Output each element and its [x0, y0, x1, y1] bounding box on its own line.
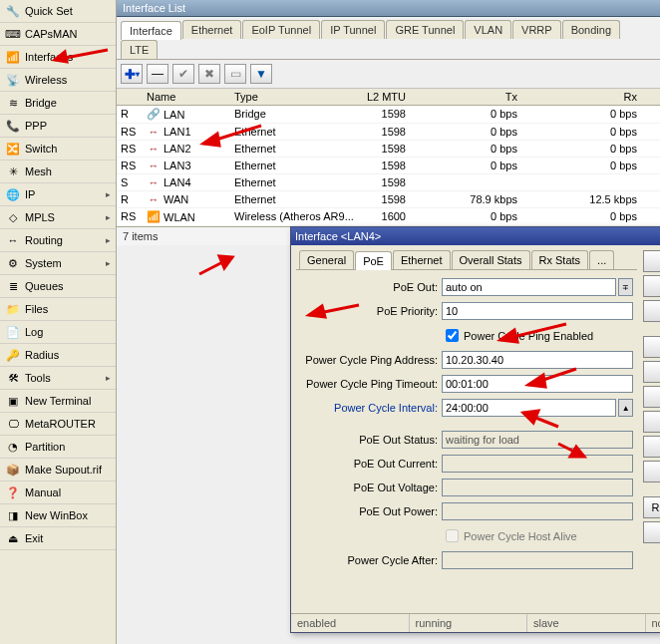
- sidebar-icon: 🔑: [5, 347, 21, 363]
- dialog-tab-ethernet[interactable]: Ethernet: [393, 250, 451, 269]
- remove-button[interactable]: —: [147, 64, 168, 84]
- tab-ip-tunnel[interactable]: IP Tunnel: [321, 20, 385, 39]
- sidebar-item-capsman[interactable]: ⌨CAPsMAN: [0, 23, 116, 46]
- table-row[interactable]: R ↔WAN Ethernet 1598 78.9 kbps 12.5 kbps: [117, 191, 660, 208]
- comment-button[interactable]: Comment: [643, 361, 660, 383]
- col-name[interactable]: Name: [143, 89, 230, 105]
- disable-button[interactable]: Disable: [643, 336, 660, 358]
- disable-button[interactable]: ✖: [198, 64, 220, 84]
- blink-button[interactable]: Blink: [643, 461, 660, 483]
- sidebar-item-make-supout-rif[interactable]: 📦Make Supout.rif: [0, 459, 116, 482]
- sidebar-item-label: Routing: [25, 234, 102, 246]
- dialog-button-column: OKCancelApplyDisableCommentTorchPower Cy…: [643, 250, 660, 608]
- sidebar-item-new-winbox[interactable]: ◨New WinBox: [0, 504, 116, 527]
- sidebar-item-queues[interactable]: ≣Queues: [0, 275, 116, 298]
- interface-type: Ethernet: [230, 141, 356, 157]
- toolbar: ✚▾ — ✔ ✖ ▭ ▼: [117, 60, 660, 89]
- sidebar-item-wireless[interactable]: 📡Wireless: [0, 69, 116, 92]
- sidebar-icon: ≋: [5, 95, 21, 111]
- sidebar-item-mesh[interactable]: ✳Mesh: [0, 161, 116, 183]
- poe-out-field[interactable]: [442, 278, 616, 296]
- interface-type: Ethernet: [230, 124, 356, 140]
- sidebar-item-mpls[interactable]: ◇MPLS▸: [0, 206, 116, 229]
- pci-up-icon[interactable]: ▲: [618, 399, 633, 417]
- reset-counters-button[interactable]: Reset Counters: [643, 521, 660, 543]
- sidebar-item-interfaces[interactable]: 📶Interfaces: [0, 46, 116, 69]
- col-l2mtu[interactable]: L2 MTU: [356, 89, 410, 105]
- dialog-tab--[interactable]: ...: [589, 250, 614, 269]
- tab-vrrp[interactable]: VRRP: [512, 20, 561, 39]
- chevron-right-icon: ▸: [106, 258, 111, 268]
- tab-eoip-tunnel[interactable]: EoIP Tunnel: [242, 20, 320, 39]
- dialog-titlebar[interactable]: Interface <LAN4> ▫ ✕: [291, 227, 660, 245]
- apply-button[interactable]: Apply: [643, 300, 660, 322]
- tab-lte[interactable]: LTE: [121, 40, 158, 59]
- sidebar-item-new-terminal[interactable]: ▣New Terminal: [0, 390, 116, 413]
- sidebar-item-quick-set[interactable]: 🔧Quick Set: [0, 0, 116, 23]
- col-tx[interactable]: Tx: [410, 89, 521, 105]
- power-cycle-ping-address-field[interactable]: [442, 351, 633, 369]
- sidebar-item-ip[interactable]: 🌐IP▸: [0, 183, 116, 206]
- sidebar-icon: 📄: [5, 324, 21, 340]
- table-row[interactable]: R 🔗LAN Bridge 1598 0 bps 0 bps: [117, 106, 660, 124]
- ok-button[interactable]: OK: [643, 250, 660, 272]
- sidebar-item-label: Manual: [25, 486, 111, 498]
- sidebar-item-label: New Terminal: [25, 395, 111, 407]
- cable-test-button[interactable]: Cable Test: [643, 436, 660, 458]
- poe-out-dropdown-icon[interactable]: ∓: [618, 278, 633, 296]
- power-cycle-ping-enabled-checkbox[interactable]: [446, 329, 459, 342]
- sidebar-item-partition[interactable]: ◔Partition: [0, 436, 116, 459]
- sidebar-item-ppp[interactable]: 📞PPP: [0, 115, 116, 138]
- comment-button[interactable]: ▭: [224, 64, 246, 84]
- sidebar-item-log[interactable]: 📄Log: [0, 321, 116, 344]
- sidebar-item-system[interactable]: ⚙System▸: [0, 252, 116, 275]
- enable-button[interactable]: ✔: [172, 64, 194, 84]
- dialog-tab-general[interactable]: General: [299, 250, 354, 269]
- interface-tx: 0 bps: [410, 158, 521, 173]
- reset-mac-address-button[interactable]: Reset MAC Address: [643, 496, 660, 518]
- table-row[interactable]: RS ↔LAN3 Ethernet 1598 0 bps 0 bps: [117, 158, 660, 174]
- sidebar-item-exit[interactable]: ⏏Exit: [0, 527, 116, 550]
- sidebar-item-switch[interactable]: 🔀Switch: [0, 138, 116, 161]
- power-cycle-interval-field[interactable]: [442, 399, 616, 417]
- col-type[interactable]: Type: [230, 89, 356, 105]
- sidebar-icon: 📶: [5, 49, 21, 65]
- tab-interface[interactable]: Interface: [121, 21, 181, 40]
- sidebar-item-metarouter[interactable]: 🖵MetaROUTER: [0, 413, 116, 436]
- sidebar-item-tools[interactable]: 🛠Tools▸: [0, 367, 116, 390]
- sidebar-item-bridge[interactable]: ≋Bridge: [0, 92, 116, 115]
- cancel-button[interactable]: Cancel: [643, 275, 660, 297]
- interface-rx: 0 bps: [521, 208, 641, 225]
- filter-button[interactable]: ▼: [250, 64, 272, 84]
- power-cycle-ping-timeout-field[interactable]: [442, 375, 633, 393]
- sidebar-item-manual[interactable]: ❓Manual: [0, 482, 116, 504]
- sidebar-item-label: New WinBox: [25, 509, 111, 521]
- sidebar-item-radius[interactable]: 🔑Radius: [0, 344, 116, 367]
- sidebar-item-files[interactable]: 📁Files: [0, 298, 116, 321]
- sidebar-item-routing[interactable]: ↔Routing▸: [0, 229, 116, 252]
- power-cycle-button[interactable]: Power Cycle: [643, 411, 660, 433]
- interface-name: LAN3: [164, 160, 191, 171]
- tab-gre-tunnel[interactable]: GRE Tunnel: [386, 20, 464, 39]
- sidebar-item-label: Exit: [25, 532, 111, 544]
- table-row[interactable]: S ↔LAN4 Ethernet 1598: [117, 174, 660, 191]
- status-running: running: [410, 614, 528, 632]
- table-row[interactable]: RS 📶WLAN Wireless (Atheros AR9... 1600 0…: [117, 208, 660, 226]
- col-rx[interactable]: Rx: [521, 89, 641, 105]
- poe-priority-field[interactable]: [442, 302, 633, 320]
- dialog-tab-poe[interactable]: PoE: [355, 251, 392, 270]
- tab-ethernet[interactable]: Ethernet: [182, 20, 242, 39]
- torch-button[interactable]: Torch: [643, 386, 660, 408]
- dialog-statusbar: enabledrunningslaveno link: [291, 613, 660, 632]
- tab-bonding[interactable]: Bonding: [562, 20, 620, 39]
- table-row[interactable]: RS ↔LAN2 Ethernet 1598 0 bps 0 bps: [117, 141, 660, 158]
- add-button[interactable]: ✚▾: [121, 64, 143, 84]
- sidebar-item-label: MPLS: [25, 211, 102, 223]
- sidebar-icon: 📡: [5, 72, 21, 88]
- interface-mtu: 1598: [356, 174, 410, 190]
- table-row[interactable]: RS ↔LAN1 Ethernet 1598 0 bps 0 bps: [117, 124, 660, 141]
- pcpa-label: Power Cycle Ping Address:: [300, 354, 438, 366]
- dialog-tab-overall-stats[interactable]: Overall Stats: [452, 250, 530, 269]
- tab-vlan[interactable]: VLAN: [465, 20, 511, 39]
- dialog-tab-rx-stats[interactable]: Rx Stats: [531, 250, 589, 269]
